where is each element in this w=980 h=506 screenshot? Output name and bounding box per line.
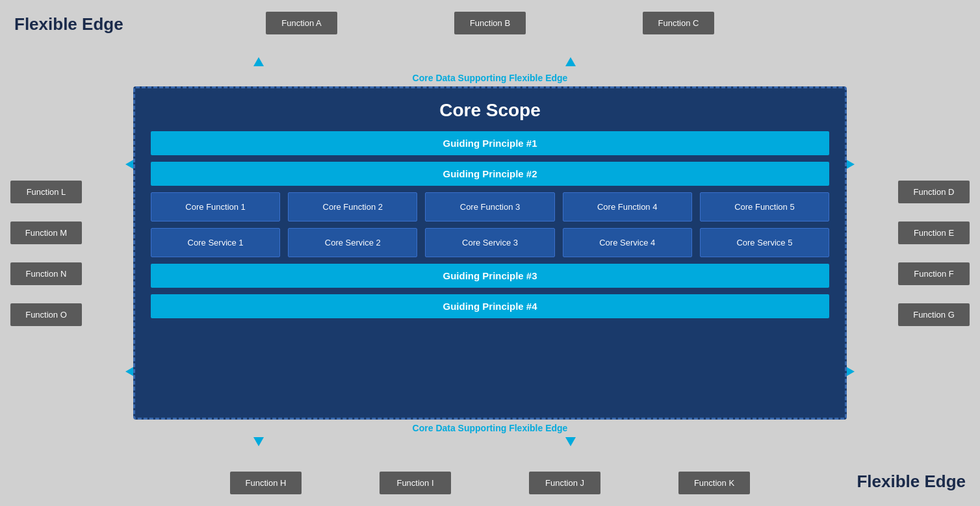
right-functions-container: Function D Function E Function F Functio… <box>898 181 970 326</box>
right-arrow-bottom <box>845 366 855 379</box>
function-box-k: Function K <box>678 472 750 494</box>
core-data-top-text: Core Data Supporting Flexible Edge <box>413 73 568 83</box>
core-function-1: Core Function 1 <box>151 192 280 221</box>
function-box-o: Function O <box>10 303 82 326</box>
outer-container: Flexible Edge Flexible Edge Function A F… <box>0 0 980 506</box>
function-box-e: Function E <box>898 221 970 244</box>
function-box-f: Function F <box>898 262 970 285</box>
core-scope-container: Core Scope Guiding Principle #1 Guiding … <box>133 86 847 420</box>
core-data-bottom-text: Core Data Supporting Flexible Edge <box>413 423 568 433</box>
core-function-5: Core Function 5 <box>700 192 829 221</box>
bottom-arrow-right <box>565 437 576 449</box>
guiding-principle-3: Guiding Principle #3 <box>151 264 829 288</box>
core-function-3: Core Function 3 <box>425 192 554 221</box>
guiding-principle-1: Guiding Principle #1 <box>151 131 829 155</box>
core-service-3: Core Service 3 <box>425 228 554 257</box>
core-function-2: Core Function 2 <box>288 192 417 221</box>
top-arrow-left <box>253 57 264 69</box>
core-function-4: Core Function 4 <box>563 192 692 221</box>
core-service-5: Core Service 5 <box>700 228 829 257</box>
function-box-b: Function B <box>454 12 526 34</box>
core-service-2: Core Service 2 <box>288 228 417 257</box>
core-scope-title: Core Scope <box>151 100 829 121</box>
function-box-m: Function M <box>10 221 82 244</box>
function-box-h: Function H <box>230 472 302 494</box>
function-box-d: Function D <box>898 181 970 203</box>
core-services-row: Core Service 1 Core Service 2 Core Servi… <box>151 228 829 257</box>
function-box-g: Function G <box>898 303 970 326</box>
left-functions-container: Function L Function M Function N Functio… <box>10 181 82 326</box>
function-box-j: Function J <box>529 472 600 494</box>
flexible-edge-bottom-right-label: Flexible Edge <box>857 472 966 492</box>
core-functions-row: Core Function 1 Core Function 2 Core Fun… <box>151 192 829 221</box>
guiding-principle-4: Guiding Principle #4 <box>151 294 829 318</box>
bottom-functions-container: Function H Function I Function J Functio… <box>230 472 750 494</box>
bottom-arrow-left <box>253 437 264 449</box>
function-box-c: Function C <box>643 12 714 34</box>
core-service-1: Core Service 1 <box>151 228 280 257</box>
top-arrow-right <box>565 57 576 69</box>
function-box-n: Function N <box>10 262 82 285</box>
guiding-principle-2: Guiding Principle #2 <box>151 162 829 186</box>
core-service-4: Core Service 4 <box>563 228 692 257</box>
core-data-bottom-label: Core Data Supporting Flexible Edge <box>413 423 568 433</box>
function-box-i: Function I <box>380 472 451 494</box>
flexible-edge-top-left-label: Flexible Edge <box>14 14 123 34</box>
core-data-top-label: Core Data Supporting Flexible Edge <box>413 73 568 83</box>
top-functions-container: Function A Function B Function C <box>266 12 714 34</box>
right-arrow-top <box>845 159 855 172</box>
function-box-a: Function A <box>266 12 337 34</box>
function-box-l: Function L <box>10 181 82 203</box>
